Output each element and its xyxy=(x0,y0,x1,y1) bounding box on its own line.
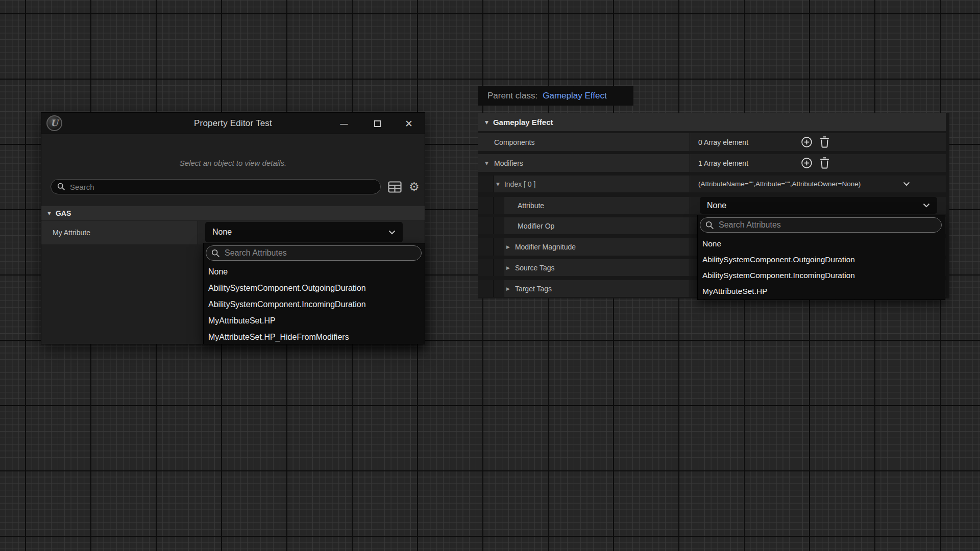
row-name-cell[interactable]: ▼ Modifiers xyxy=(478,154,690,172)
components-row: Components 0 Array element xyxy=(478,133,946,151)
chevron-collapsed-icon: ▶ xyxy=(506,265,510,270)
chevron-down-icon xyxy=(388,230,396,235)
array-count-text: 0 Array element xyxy=(698,138,801,146)
property-value-cell: None xyxy=(198,221,425,244)
indent-guide xyxy=(494,217,504,234)
empty-state-text: Select an object to view details. xyxy=(41,159,425,167)
dropdown-item-list: None AbilitySystemComponent.OutgoingDura… xyxy=(698,236,945,299)
chevron-down-icon xyxy=(923,203,930,208)
chevron-down-icon[interactable] xyxy=(903,182,910,186)
row-name-cell[interactable]: ▶ Source Tags xyxy=(478,259,690,276)
row-value-cell: 1 Array element xyxy=(690,154,946,172)
category-label: Gameplay Effect xyxy=(493,118,553,127)
attribute-combobox[interactable]: None xyxy=(700,197,937,214)
row-label: Target Tags xyxy=(515,285,552,293)
settings-gear-button[interactable]: ⚙ xyxy=(409,181,420,193)
search-bar[interactable] xyxy=(51,179,381,194)
dropdown-item-hp-hidefrommodifiers[interactable]: MyAttributeSet.HP_HideFromModifiers xyxy=(204,329,425,345)
my-attribute-combobox[interactable]: None xyxy=(205,222,403,242)
category-label: GAS xyxy=(56,209,71,217)
window-title: Property Editor Test xyxy=(41,113,425,134)
maximize-icon xyxy=(374,120,381,127)
close-icon: ✕ xyxy=(405,118,413,129)
maximize-button[interactable] xyxy=(371,113,384,134)
row-label: Components xyxy=(494,138,534,146)
add-element-button[interactable] xyxy=(801,157,813,169)
row-value-cell: None xyxy=(690,197,946,214)
plus-circle-icon xyxy=(801,157,813,169)
trash-icon xyxy=(820,157,829,169)
search-icon xyxy=(57,183,65,191)
dropdown-search-bar[interactable] xyxy=(206,245,422,261)
dropdown-item-hp[interactable]: MyAttributeSet.HP xyxy=(698,283,945,299)
indent-guide xyxy=(494,259,504,276)
combobox-value: None xyxy=(707,201,726,210)
chevron-expanded-icon: ▼ xyxy=(496,182,500,187)
modifiers-index-0-row: ▼ Index [ 0 ] (AttributeName="",Attribut… xyxy=(478,176,946,192)
row-name-cell[interactable]: ▶ Modifier Magnitude xyxy=(478,238,690,256)
search-icon xyxy=(705,221,714,230)
chevron-collapsed-icon: ▶ xyxy=(506,244,510,249)
dropdown-item-outgoing-duration[interactable]: AbilitySystemComponent.OutgoingDuration xyxy=(204,280,425,296)
attribute-picker-dropdown-left: None AbilitySystemComponent.OutgoingDura… xyxy=(203,243,425,344)
row-value-cell: (AttributeName="",Attribute="",Attribute… xyxy=(690,176,946,192)
minimize-button[interactable]: — xyxy=(336,113,352,134)
combobox-value: None xyxy=(212,228,232,237)
row-name-cell[interactable]: ▶ Target Tags xyxy=(478,280,690,297)
dropdown-search-bar[interactable] xyxy=(700,217,942,233)
category-row-gameplay-effect[interactable]: ▼ Gameplay Effect xyxy=(478,113,946,131)
search-input[interactable] xyxy=(70,183,374,191)
gear-icon: ⚙ xyxy=(409,181,420,193)
array-count-text: 1 Array element xyxy=(698,159,801,167)
search-icon xyxy=(211,249,220,258)
indent-guide xyxy=(478,280,494,297)
dropdown-item-outgoing-duration[interactable]: AbilitySystemComponent.OutgoingDuration xyxy=(698,252,945,267)
row-label: Modifiers xyxy=(494,159,523,167)
category-row-gas[interactable]: ▼ GAS xyxy=(41,206,425,220)
indent-guide xyxy=(494,238,504,256)
row-label: Attribute xyxy=(518,202,544,210)
dropdown-item-hp[interactable]: MyAttributeSet.HP xyxy=(204,313,425,329)
my-attribute-row: My Attribute None xyxy=(41,221,425,244)
parent-class-link[interactable]: Gameplay Effect xyxy=(543,91,606,101)
row-name-cell[interactable]: ▼ Index [ 0 ] xyxy=(478,176,690,192)
dropdown-item-incoming-duration[interactable]: AbilitySystemComponent.IncomingDuration xyxy=(698,267,945,283)
blueprint-grid-canvas[interactable]: U Property Editor Test — ✕ Select an obj… xyxy=(0,0,980,551)
chevron-expanded-icon: ▼ xyxy=(485,161,488,166)
dropdown-search-input[interactable] xyxy=(719,220,936,230)
modifiers-row: ▼ Modifiers 1 Array element xyxy=(478,154,946,172)
row-label: Modifier Op xyxy=(518,222,554,230)
indent-guide xyxy=(478,259,494,276)
struct-preview-text: (AttributeName="",Attribute="",Attribute… xyxy=(698,180,861,188)
chevron-collapsed-icon: ▶ xyxy=(506,286,510,291)
indent-guide xyxy=(478,238,494,256)
details-toolbar: ⚙ xyxy=(51,179,419,194)
add-element-button[interactable] xyxy=(801,136,813,148)
clear-array-button[interactable] xyxy=(820,157,829,169)
row-label: Source Tags xyxy=(515,264,555,272)
indent-guide xyxy=(478,176,494,192)
row-name-cell: Attribute xyxy=(478,197,690,214)
plus-circle-icon xyxy=(801,136,813,148)
indent-guide xyxy=(478,217,494,234)
clear-array-button[interactable] xyxy=(820,136,829,148)
indent-guide xyxy=(494,197,504,214)
indent-guide xyxy=(494,280,504,297)
dropdown-item-incoming-duration[interactable]: AbilitySystemComponent.IncomingDuration xyxy=(204,296,425,313)
close-button[interactable]: ✕ xyxy=(402,113,416,134)
trash-icon xyxy=(820,136,829,148)
attribute-row: Attribute None xyxy=(478,197,946,214)
attribute-picker-dropdown-right: None AbilitySystemComponent.OutgoingDura… xyxy=(697,215,945,300)
window-titlebar[interactable]: U Property Editor Test — ✕ xyxy=(41,113,425,134)
dropdown-item-none[interactable]: None xyxy=(204,264,425,280)
dropdown-item-list: None AbilitySystemComponent.OutgoingDura… xyxy=(204,264,425,345)
row-value-cell: 0 Array element xyxy=(690,133,946,151)
display-options-table-icon[interactable] xyxy=(388,181,402,193)
row-label: Modifier Magnitude xyxy=(515,243,576,251)
dropdown-item-none[interactable]: None xyxy=(698,236,945,252)
dropdown-search-input[interactable] xyxy=(225,248,416,258)
indent-guide xyxy=(478,197,494,214)
parent-class-label: Parent class: xyxy=(487,91,537,101)
row-label: Index [ 0 ] xyxy=(504,180,535,188)
minimize-icon: — xyxy=(340,118,349,129)
